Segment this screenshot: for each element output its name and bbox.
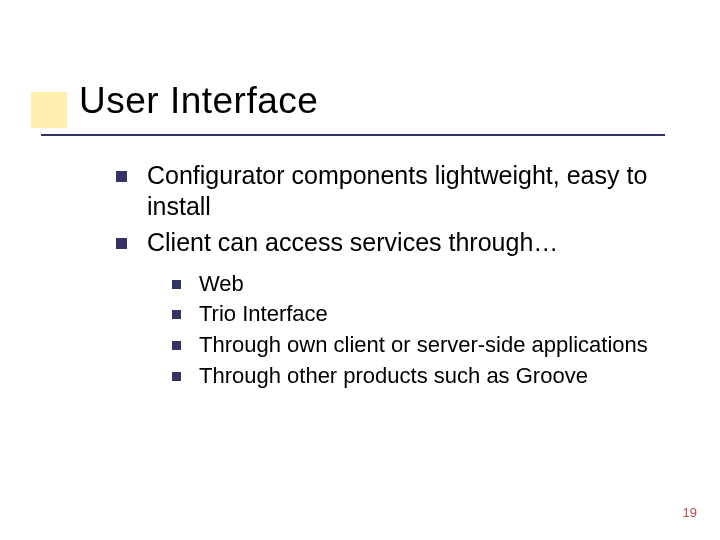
bullet-text: Client can access services through… [147, 227, 558, 258]
square-bullet-icon [116, 171, 127, 182]
slide-title: User Interface [79, 80, 318, 122]
square-bullet-icon [172, 310, 181, 319]
sub-bullet-text: Web [199, 270, 244, 299]
sub-bullet-item: Through other products such as Groove [172, 362, 676, 391]
square-bullet-icon [172, 341, 181, 350]
content-area: Configurator components lightweight, eas… [116, 160, 676, 392]
sub-bullet-text: Through own client or server-side applic… [199, 331, 648, 360]
square-bullet-icon [172, 372, 181, 381]
sub-bullet-item: Web [172, 270, 676, 299]
accent-box [31, 92, 67, 128]
sub-bullet-text: Through other products such as Groove [199, 362, 588, 391]
page-number: 19 [683, 505, 697, 520]
sub-bullet-text: Trio Interface [199, 300, 328, 329]
title-underline [41, 134, 665, 136]
square-bullet-icon [116, 238, 127, 249]
sub-bullet-list: Web Trio Interface Through own client or… [172, 270, 676, 390]
bullet-item: Client can access services through… [116, 227, 676, 258]
square-bullet-icon [172, 280, 181, 289]
bullet-item: Configurator components lightweight, eas… [116, 160, 676, 223]
bullet-text: Configurator components lightweight, eas… [147, 160, 676, 223]
sub-bullet-item: Through own client or server-side applic… [172, 331, 676, 360]
sub-bullet-item: Trio Interface [172, 300, 676, 329]
